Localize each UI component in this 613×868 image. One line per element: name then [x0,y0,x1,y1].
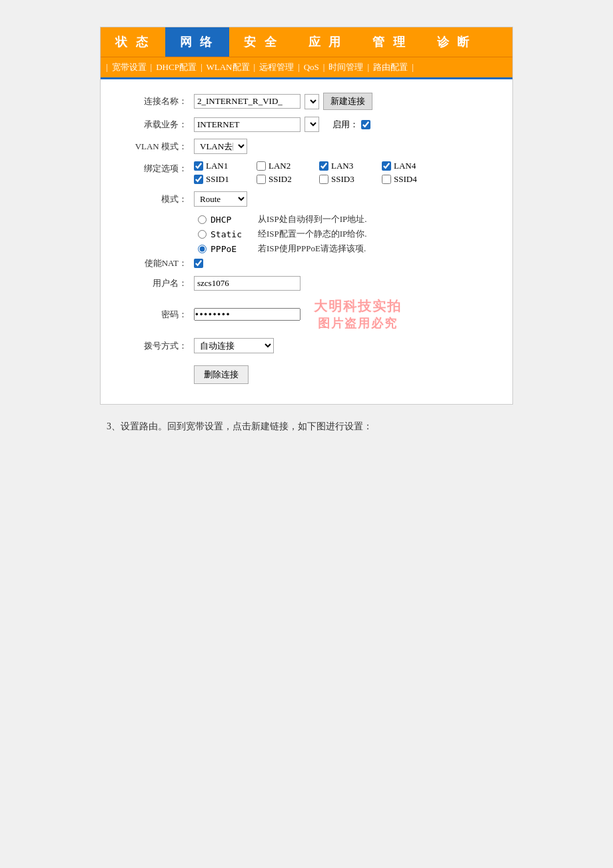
sub-dhcp[interactable]: DHCP配置 [152,60,201,75]
bind-lan4-label: LAN4 [394,161,416,171]
bind-lan2: LAN2 [257,161,316,171]
radio-dhcp-desc: 从ISP处自动得到一个IP地址. [258,213,367,225]
connection-name-dropdown[interactable] [305,94,319,109]
bind-grid: LAN1 LAN2 LAN3 LAN4 [194,161,442,185]
bind-label: 绑定选项： [127,163,187,175]
nat-row: 使能NAT： [127,257,492,269]
mode-control: Route [194,191,247,207]
nav-status[interactable]: 状 态 [101,27,165,57]
bind-row: 绑定选项： LAN1 LAN2 [127,161,492,185]
radio-dhcp-label: DHCP [211,215,254,225]
watermark: 大明科技实拍 图片盗用必究 [314,297,402,331]
bind-ssid2: SSID2 [257,174,316,185]
radio-pppoe-desc: 若ISP使用PPPoE请选择该项. [258,243,366,255]
sub-wlan[interactable]: WLAN配置 [203,60,254,75]
mode-select[interactable]: Route [194,191,247,207]
mode-label: 模式： [127,193,187,205]
bind-lan1-label: LAN1 [206,161,228,171]
service-dropdown[interactable] [305,117,319,132]
bind-lan1-checkbox[interactable] [194,161,203,171]
bind-lan4-checkbox[interactable] [382,161,391,171]
radio-static-label: Static [211,229,254,239]
connection-name-input[interactable] [194,94,301,109]
bind-ssid3-label: SSID3 [331,174,354,185]
password-row: 密码： 大明科技实拍 图片盗用必究 [127,297,492,331]
bind-ssid3: SSID3 [319,174,379,185]
enable-checkbox[interactable] [361,120,370,129]
bind-lan2-label: LAN2 [269,161,291,171]
bind-lan2-checkbox[interactable] [257,161,266,171]
radio-dhcp-row: DHCP 从ISP处自动得到一个IP地址. [127,213,492,225]
password-label: 密码： [127,309,187,321]
bottom-note: 3、设置路由。回到宽带设置，点击新建链接，如下图进行设置： [100,421,513,433]
sub-time[interactable]: 时间管理 [324,60,367,75]
service-label: 承载业务： [127,119,187,131]
mode-row: 模式： Route [127,191,492,207]
delete-connection-button[interactable]: 删除连接 [194,365,249,384]
bind-lan1: LAN1 [194,161,254,171]
connection-name-control: 新建连接 [194,93,372,110]
bind-lan4: LAN4 [382,161,442,171]
bind-ssid4: SSID4 [382,174,442,185]
nav-security[interactable]: 安 全 [229,27,294,57]
sub-qos[interactable]: QoS [300,61,323,74]
sub-remote[interactable]: 远程管理 [255,60,298,75]
bind-ssid1: SSID1 [194,174,254,185]
vlan-label: VLAN 模式： [127,141,187,153]
radio-pppoe-row: PPPoE 若ISP使用PPPoE请选择该项. [127,243,492,255]
password-input[interactable] [194,308,301,321]
vlan-row: VLAN 模式： VLAN去除 [127,139,492,154]
radio-dhcp[interactable] [198,215,207,224]
content-area: 连接名称： 新建连接 承载业务： [101,77,512,404]
nat-checkbox[interactable] [194,259,203,268]
sub-broadband[interactable]: 宽带设置 [108,60,151,75]
radio-static-desc: 经ISP配置一个静态的IP给你. [258,228,367,240]
username-row: 用户名： [127,276,492,291]
service-row: 承载业务： 启用： [127,117,492,132]
bind-lan3-checkbox[interactable] [319,161,328,171]
enable-label: 启用： [332,119,358,131]
radio-static[interactable] [198,230,207,239]
connection-name-row: 连接名称： 新建连接 [127,93,492,110]
enable-row: 启用： [332,119,370,131]
bind-ssid1-label: SSID1 [206,174,229,185]
sep-end: | [412,62,414,73]
bind-ssid2-label: SSID2 [269,174,292,185]
radio-pppoe[interactable] [198,245,207,253]
service-input[interactable] [194,117,301,132]
nav-diagnose[interactable]: 诊 断 [422,27,487,57]
dial-label: 拨号方式： [127,340,187,352]
radio-pppoe-label: PPPoE [211,244,254,254]
radio-section: DHCP 从ISP处自动得到一个IP地址. Static 经ISP配置一个静态的… [127,213,492,255]
nav-network[interactable]: 网 络 [165,27,230,57]
dial-row: 拨号方式： 自动连接 [127,338,492,353]
bind-ssid3-checkbox[interactable] [319,175,328,184]
bind-ssid1-checkbox[interactable] [194,175,203,184]
delete-row: 删除连接 [127,360,492,384]
nav-app[interactable]: 应 用 [294,27,358,57]
bind-lan3-label: LAN3 [331,161,353,171]
vlan-control: VLAN去除 [194,139,247,154]
top-nav: 状 态 网 络 安 全 应 用 管 理 诊 断 [101,27,512,57]
watermark-line1: 大明科技实拍 [314,297,402,315]
sub-route[interactable]: 路由配置 [369,60,412,75]
username-input[interactable] [194,276,301,291]
sub-nav: | 宽带设置 | DHCP配置 | WLAN配置 | 远程管理 | QoS | … [101,57,512,77]
dial-control: 自动连接 [194,338,274,353]
new-connection-button[interactable]: 新建连接 [323,93,372,110]
connection-name-label: 连接名称： [127,95,187,107]
bind-ssid4-label: SSID4 [394,174,417,185]
vlan-select[interactable]: VLAN去除 [194,139,247,154]
nat-label: 使能NAT： [127,257,187,269]
bind-ssid4-checkbox[interactable] [382,175,391,184]
dial-select[interactable]: 自动连接 [194,338,274,353]
nav-manage[interactable]: 管 理 [358,27,422,57]
bind-lan3: LAN3 [319,161,379,171]
username-label: 用户名： [127,277,187,289]
service-control [194,117,319,132]
radio-static-row: Static 经ISP配置一个静态的IP给你. [127,228,492,240]
bind-ssid2-checkbox[interactable] [257,175,266,184]
watermark-line2: 图片盗用必究 [318,315,398,331]
